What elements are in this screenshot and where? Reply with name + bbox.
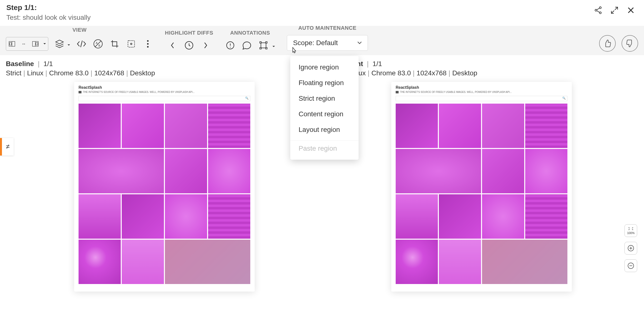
camera-icon xyxy=(78,91,82,93)
svg-line-4 xyxy=(597,11,599,12)
svg-rect-33 xyxy=(260,47,261,49)
svg-line-16 xyxy=(81,41,82,47)
baseline-viewport: 1024x768 xyxy=(94,69,124,77)
scope-select[interactable]: Scope: Default xyxy=(287,35,368,51)
svg-line-3 xyxy=(597,8,599,10)
zoom-in-button[interactable] xyxy=(624,242,637,255)
svg-rect-10 xyxy=(10,43,12,45)
view-section-label: VIEW xyxy=(72,27,86,33)
share-icon[interactable] xyxy=(594,6,602,16)
checkpoint-panel: int | 1/1 nux|Chrome 83.0|1024x768|Deskt… xyxy=(323,60,640,292)
preview-tagline: THE INTERNET'S SOURCE OF FREELY USABLE I… xyxy=(78,91,250,93)
baseline-panel: Baseline | 1/1 Strict|Linux|Chrome 83.0|… xyxy=(6,60,323,292)
close-icon[interactable] xyxy=(626,6,635,16)
zoom-level: 100% xyxy=(627,231,635,235)
chevron-down-icon[interactable] xyxy=(67,40,70,48)
region-dropdown-caret[interactable] xyxy=(272,41,275,49)
svg-rect-34 xyxy=(266,47,267,49)
baseline-count: 1/1 xyxy=(44,60,53,67)
refresh-diff-icon[interactable] xyxy=(184,40,194,51)
baseline-device: Desktop xyxy=(130,69,155,77)
cursor-icon xyxy=(291,47,297,56)
next-diff-button[interactable] xyxy=(200,40,211,51)
zoom-out-button[interactable] xyxy=(624,259,637,272)
ab-compare-icon[interactable]: AB xyxy=(93,38,104,49)
svg-rect-30 xyxy=(261,43,266,48)
menu-ignore-region[interactable]: Ignore region xyxy=(290,59,358,75)
svg-point-23 xyxy=(147,40,148,42)
baseline-browser: Chrome 83.0 xyxy=(49,69,88,77)
page-header: Step 1/1: Test: should look ok visually xyxy=(0,0,644,26)
layers-icon[interactable] xyxy=(54,38,65,49)
menu-strict-region[interactable]: Strict region xyxy=(290,91,358,106)
prev-diff-button[interactable] xyxy=(167,40,178,51)
annotations-section-label: ANNOTATIONS xyxy=(230,30,270,36)
compare-mode-toggle[interactable]: ↔ xyxy=(6,37,48,51)
svg-rect-31 xyxy=(260,42,261,43)
scope-value: Scope: Default xyxy=(293,39,338,47)
svg-point-29 xyxy=(230,47,231,47)
svg-point-25 xyxy=(147,46,148,47)
menu-floating-region[interactable]: Floating region xyxy=(290,75,358,91)
svg-point-2 xyxy=(599,12,601,14)
zoom-controls: 100% xyxy=(624,224,637,272)
svg-point-1 xyxy=(595,9,597,11)
target-region-icon[interactable] xyxy=(126,38,136,49)
more-icon[interactable] xyxy=(142,38,153,49)
camera-icon xyxy=(396,91,398,93)
menu-layout-region[interactable]: Layout region xyxy=(290,122,358,137)
svg-rect-32 xyxy=(266,42,267,43)
svg-text:B: B xyxy=(98,44,100,47)
checkpoint-browser: Chrome 83.0 xyxy=(371,69,411,77)
checkpoint-viewport: 1024x768 xyxy=(417,69,447,77)
baseline-os: Linux xyxy=(27,69,44,77)
step-title: Step 1/1: xyxy=(6,3,91,12)
crop-icon[interactable] xyxy=(109,38,120,49)
checkpoint-count: 1/1 xyxy=(372,60,382,67)
issue-icon[interactable] xyxy=(225,40,236,51)
svg-rect-13 xyxy=(36,43,38,45)
baseline-screenshot[interactable]: ReactSplash THE INTERNET'S SOURCE OF FRE… xyxy=(74,82,255,292)
thumbs-up-button[interactable] xyxy=(599,35,616,52)
zoom-reset-button[interactable]: 100% xyxy=(624,224,637,237)
svg-rect-21 xyxy=(128,41,135,47)
comment-icon[interactable] xyxy=(242,40,252,51)
svg-point-24 xyxy=(147,43,148,45)
menu-content-region[interactable]: Content region xyxy=(290,106,358,122)
highlight-section-label: HIGHLIGHT DIFFS xyxy=(165,30,213,36)
toolbar: VIEW ↔ AB xyxy=(0,26,644,55)
menu-paste-region: Paste region xyxy=(290,140,358,156)
svg-text:A: A xyxy=(96,41,98,44)
code-icon[interactable] xyxy=(76,38,87,49)
test-name: Test: should look ok visually xyxy=(6,14,91,21)
svg-line-6 xyxy=(611,10,614,13)
preview-app-name: ReactSplash xyxy=(78,85,250,90)
thumbs-down-button[interactable] xyxy=(622,35,638,52)
checkpoint-screenshot[interactable]: ReactSplash THE INTERNET'S SOURCE OF FRE… xyxy=(391,82,572,292)
expand-icon[interactable] xyxy=(610,6,619,16)
preview-search xyxy=(78,96,250,101)
region-type-dropdown: Ignore region Floating region Strict reg… xyxy=(290,56,358,160)
checkpoint-device: Desktop xyxy=(452,69,478,77)
region-icon[interactable] xyxy=(258,40,269,51)
auto-maint-section-label: AUTO MAINTENANCE xyxy=(298,25,357,31)
chevron-down-icon xyxy=(357,41,362,44)
baseline-match: Strict xyxy=(6,69,22,77)
svg-marker-15 xyxy=(56,40,64,44)
baseline-title: Baseline xyxy=(6,60,34,67)
svg-point-0 xyxy=(599,7,601,9)
svg-line-5 xyxy=(615,7,618,10)
svg-point-22 xyxy=(130,43,132,45)
